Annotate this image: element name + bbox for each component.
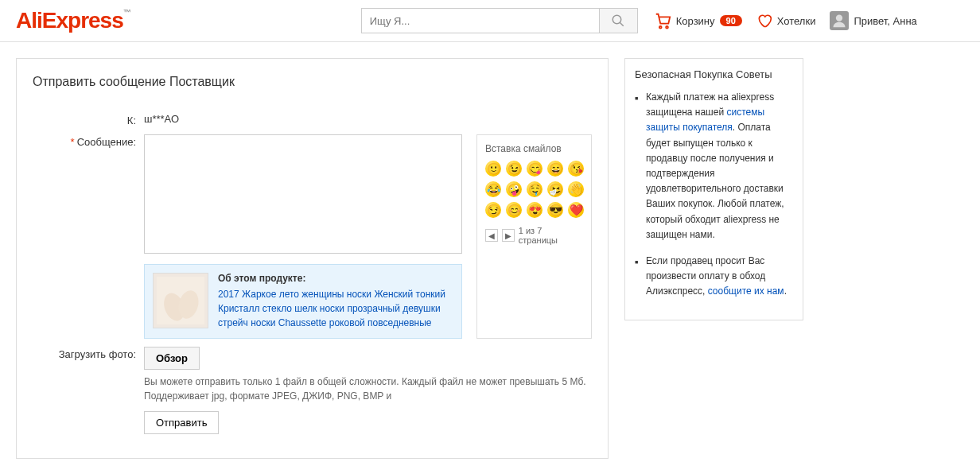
search-bar [361, 8, 638, 33]
tip-item: Если продавец просит Вас произвести опла… [635, 254, 793, 300]
svg-point-4 [836, 15, 842, 21]
emoji-smirk[interactable]: 😏 [485, 202, 501, 218]
emoji-heart[interactable]: ❤️ [568, 202, 584, 218]
recipient-row: К: ш***АО [33, 113, 592, 126]
emoji-cute[interactable]: 😊 [506, 202, 522, 218]
main-panel: Отправить сообщение Поставщик К: ш***АО … [16, 58, 609, 459]
cart-label: Корзину [676, 15, 715, 27]
tip-item: Каждый платеж на aliexpress защищена наш… [635, 90, 793, 243]
to-label: К: [33, 113, 144, 126]
message-label: *Сообщение: [33, 134, 144, 148]
report-link[interactable]: сообщите их нам [708, 285, 784, 297]
page-title: Отправить сообщение Поставщик [33, 75, 592, 89]
content: Отправить сообщение Поставщик К: ш***АО … [0, 42, 980, 462]
heart-icon [756, 13, 772, 29]
emoji-pager: ◀ ▶ 1 из 7 страницы [485, 226, 583, 245]
search-input[interactable] [361, 8, 600, 33]
product-about-label: Об этом продукте: [218, 273, 453, 284]
product-link[interactable]: 2017 Жаркое лето женщины носки Женский т… [218, 287, 453, 330]
svg-point-2 [659, 26, 662, 29]
header: AliExpress™ Корзину 90 Хотелки Привет, А… [0, 0, 980, 42]
product-box: Об этом продукте: 2017 Жаркое лето женщи… [144, 264, 462, 339]
cart-icon [654, 12, 671, 29]
svg-point-3 [666, 26, 668, 29]
emoji-panel: Вставка смайлов 🙂 😉 😋 😄 😘 😂 🤪 🤤 🤧 👋 [476, 134, 592, 339]
upload-label: Загрузить фото: [33, 347, 144, 360]
sidebar: Безопасная Покупка Советы Каждый платеж … [624, 58, 803, 320]
emoji-smile[interactable]: 🙂 [485, 161, 501, 177]
submit-button[interactable]: Отправить [144, 411, 219, 434]
cart-badge: 90 [720, 15, 742, 26]
browse-button[interactable]: Обзор [144, 347, 200, 370]
logo[interactable]: AliExpress™ [16, 8, 130, 33]
recipient-value: ш***АО [144, 113, 592, 125]
emoji-laugh[interactable]: 😂 [485, 181, 501, 197]
emoji-hearteyes[interactable]: 😍 [527, 202, 542, 218]
emoji-sneeze[interactable]: 🤧 [547, 181, 563, 197]
emoji-grin[interactable]: 😄 [547, 161, 563, 177]
emoji-wave[interactable]: 👋 [568, 181, 584, 197]
greeting: Привет, Анна [854, 15, 916, 27]
upload-hint: Вы можете отправить только 1 файл в обще… [144, 375, 592, 403]
search-icon [611, 14, 625, 28]
emoji-cool[interactable]: 😎 [547, 202, 563, 218]
emoji-drool[interactable]: 🤤 [527, 181, 542, 197]
search-button[interactable] [600, 8, 638, 33]
emoji-next-button[interactable]: ▶ [502, 229, 515, 242]
product-thumb[interactable] [153, 273, 208, 328]
cart-link[interactable]: Корзину 90 [654, 12, 742, 29]
emoji-grid: 🙂 😉 😋 😄 😘 😂 🤪 🤤 🤧 👋 😏 😊 [485, 161, 583, 218]
header-actions: Корзину 90 Хотелки Привет, Анна [654, 11, 917, 30]
emoji-crazy[interactable]: 🤪 [506, 181, 522, 197]
avatar-icon [830, 11, 849, 30]
wishlist-label: Хотелки [777, 15, 816, 27]
emoji-pager-text: 1 из 7 страницы [519, 226, 583, 245]
svg-line-1 [620, 22, 624, 26]
account-link[interactable]: Привет, Анна [830, 11, 916, 30]
emoji-kiss[interactable]: 😘 [568, 161, 584, 177]
sidebar-title: Безопасная Покупка Советы [635, 68, 793, 80]
emoji-wink[interactable]: 😉 [506, 161, 522, 177]
emoji-prev-button[interactable]: ◀ [485, 229, 498, 242]
emoji-title: Вставка смайлов [485, 143, 583, 154]
message-row: *Сообщение: Об этом продукте: 2017 Жарко… [33, 134, 592, 339]
upload-row: Загрузить фото: Обзор Вы можете отправит… [33, 347, 592, 434]
svg-point-0 [613, 15, 622, 24]
message-textarea[interactable] [144, 134, 462, 254]
emoji-tongue[interactable]: 😋 [527, 161, 542, 177]
tips-list: Каждый платеж на aliexpress защищена наш… [635, 90, 793, 299]
wishlist-link[interactable]: Хотелки [756, 13, 816, 29]
